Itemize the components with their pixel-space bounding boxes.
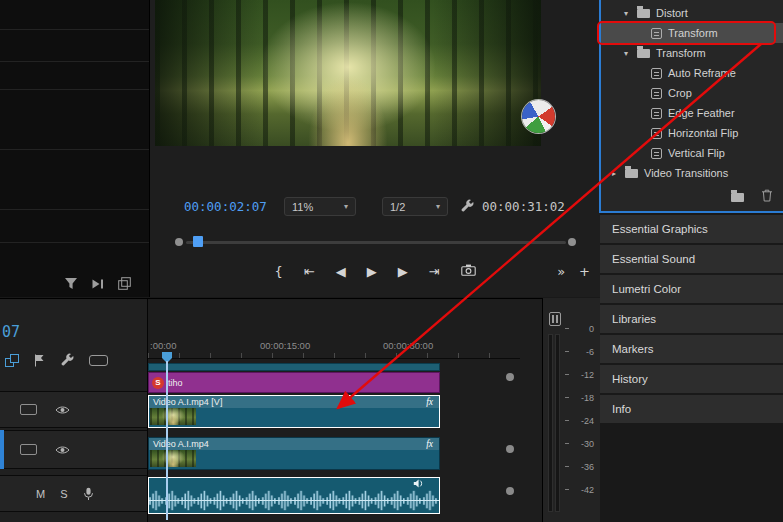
panel-tab-markers[interactable]: Markers bbox=[600, 335, 783, 363]
playback-resolution-select[interactable]: 1/2 ▾ bbox=[382, 197, 448, 216]
timeline-settings-wrench-icon[interactable] bbox=[60, 353, 74, 367]
graphic-clip[interactable]: S tiho bbox=[148, 372, 440, 393]
effect-auto-reframe[interactable]: Auto Reframe bbox=[601, 63, 783, 83]
effect-vertical-flip[interactable]: Vertical Flip bbox=[601, 143, 783, 163]
add-marker-button[interactable]: { bbox=[274, 265, 282, 278]
effect-horizontal-flip[interactable]: Horizontal Flip bbox=[601, 123, 783, 143]
ruler-label: 00:00:15:00 bbox=[260, 340, 310, 351]
voiceover-mic-icon[interactable] bbox=[83, 487, 94, 501]
scrollbar-knob[interactable] bbox=[506, 373, 514, 381]
scrubber-right-knob[interactable] bbox=[568, 238, 576, 246]
program-preview[interactable] bbox=[155, 0, 541, 146]
graphic-clip-label: tiho bbox=[168, 378, 183, 388]
toggle-track-output-icon[interactable] bbox=[55, 405, 70, 415]
chevron-down-icon: ▾ bbox=[436, 202, 440, 211]
audio-meter-panel: 0 -6 -12 -18 -24 -30 -36 -42 bbox=[542, 298, 600, 522]
clip-title-bar: Video A.I.mp4 [V] fx bbox=[149, 396, 439, 408]
project-list-row[interactable] bbox=[0, 0, 149, 30]
clip-title-bar: Video A.I.mp4 fx bbox=[149, 438, 439, 450]
project-list-row[interactable] bbox=[0, 210, 149, 243]
twirl-closed-icon[interactable]: ▸ bbox=[609, 169, 619, 178]
effects-folder-distort[interactable]: ▾ Distort bbox=[601, 3, 783, 23]
new-item-icon[interactable] bbox=[118, 277, 131, 290]
new-custom-bin-icon[interactable] bbox=[731, 193, 744, 202]
scrubber-track[interactable] bbox=[186, 241, 566, 244]
effect-crop[interactable]: Crop bbox=[601, 83, 783, 103]
folder-label: Transform bbox=[656, 47, 706, 59]
meter-bars bbox=[548, 334, 560, 512]
playhead-timecode[interactable]: 00:00:02:07 bbox=[184, 199, 267, 214]
nest-toggle-icon[interactable] bbox=[5, 354, 19, 367]
folder-icon bbox=[625, 169, 638, 178]
panel-tab-history[interactable]: History bbox=[600, 365, 783, 393]
delete-icon[interactable] bbox=[761, 188, 773, 206]
scrollbar-knob[interactable] bbox=[506, 487, 514, 495]
panel-tab-info[interactable]: Info bbox=[600, 395, 783, 423]
source-patch-icon[interactable] bbox=[20, 404, 37, 415]
monitor-controls: 00:00:02:07 11% ▾ 1/2 ▾ 00:00:31:02 bbox=[150, 196, 600, 218]
audio-clip[interactable] bbox=[148, 477, 440, 514]
export-frame-button[interactable] bbox=[461, 264, 476, 278]
resolution-value: 1/2 bbox=[390, 201, 405, 213]
go-to-in-button[interactable]: ⇤ bbox=[304, 265, 315, 278]
panel-tab-essential-sound[interactable]: Essential Sound bbox=[600, 245, 783, 273]
video-clip-v2-selected[interactable]: Video A.I.mp4 [V] fx bbox=[148, 395, 440, 428]
twirl-open-icon[interactable]: ▾ bbox=[621, 9, 631, 18]
effects-folder-transform[interactable]: ▾ Transform bbox=[601, 43, 783, 63]
meter-scale-label: -30 bbox=[572, 439, 594, 449]
render-pinwheel-icon bbox=[522, 100, 555, 133]
video-clip-v1[interactable]: Video A.I.mp4 fx bbox=[148, 437, 440, 470]
monitor-playhead[interactable] bbox=[193, 236, 203, 247]
folder-label: Video Transitions bbox=[644, 167, 728, 179]
solo-track-button[interactable]: S bbox=[60, 488, 67, 500]
project-list-row[interactable] bbox=[0, 150, 149, 210]
source-patch-icon[interactable] bbox=[20, 444, 37, 455]
duration-timecode: 00:00:31:02 bbox=[482, 199, 565, 214]
fx-badge[interactable]: fx bbox=[426, 397, 433, 407]
meter-scale-label: -24 bbox=[572, 416, 594, 426]
fx-badge[interactable]: fx bbox=[426, 439, 433, 449]
effect-label: Edge Feather bbox=[668, 107, 735, 119]
scrollbar-knob[interactable] bbox=[506, 445, 514, 453]
project-list-row[interactable] bbox=[0, 90, 149, 150]
step-forward-button[interactable]: ▶ bbox=[398, 265, 408, 278]
monitor-scrubber[interactable] bbox=[150, 234, 600, 250]
add-marker-icon[interactable] bbox=[34, 354, 45, 367]
toggle-track-output-icon[interactable] bbox=[55, 445, 70, 455]
clip-thumbnail bbox=[150, 408, 196, 425]
timeline-tracks: :00:00 00:00:15:00 00:00:30:00 S tiho Vi… bbox=[148, 299, 520, 522]
panel-tab-libraries[interactable]: Libraries bbox=[600, 305, 783, 333]
go-to-out-button[interactable]: ⇥ bbox=[429, 265, 440, 278]
mute-track-button[interactable]: M bbox=[36, 488, 45, 500]
project-list-row[interactable] bbox=[0, 30, 149, 62]
premiere-pro-window: 00:00:02:07 11% ▾ 1/2 ▾ 00:00:31:02 { ⇤ … bbox=[0, 0, 783, 522]
meter-bar-left bbox=[548, 334, 553, 512]
meter-scale-label: -12 bbox=[572, 370, 594, 380]
timeline-panel: 07 M S :00:00 bbox=[0, 298, 542, 522]
play-button[interactable]: ▶ bbox=[367, 265, 377, 278]
effect-transform[interactable]: Transform bbox=[601, 23, 783, 43]
collapsed-track-clip[interactable] bbox=[148, 363, 440, 371]
scrubber-left-knob[interactable] bbox=[175, 238, 183, 246]
twirl-open-icon[interactable]: ▾ bbox=[621, 49, 631, 58]
effect-label: Auto Reframe bbox=[668, 67, 736, 79]
overflow-button[interactable]: » bbox=[557, 265, 565, 278]
track-header-v2 bbox=[0, 391, 147, 428]
timeline-ruler[interactable]: :00:00 00:00:15:00 00:00:30:00 bbox=[148, 337, 520, 359]
timeline-toolbar bbox=[5, 353, 108, 367]
zoom-select[interactable]: 11% ▾ bbox=[284, 197, 356, 216]
add-button[interactable]: + bbox=[579, 265, 590, 278]
automate-to-sequence-icon[interactable] bbox=[91, 278, 105, 290]
panel-tab-lumetri-color[interactable]: Lumetri Color bbox=[600, 275, 783, 303]
panel-tab-essential-graphics[interactable]: Essential Graphics bbox=[600, 215, 783, 243]
filter-icon[interactable] bbox=[64, 277, 78, 290]
effect-edge-feather[interactable]: Edge Feather bbox=[601, 103, 783, 123]
program-monitor: 00:00:02:07 11% ▾ 1/2 ▾ 00:00:31:02 { ⇤ … bbox=[150, 0, 600, 297]
effects-folder-video-transitions[interactable]: ▸ Video Transitions bbox=[601, 163, 783, 183]
sequence-timecode[interactable]: 07 bbox=[2, 323, 20, 341]
settings-wrench-icon[interactable] bbox=[460, 199, 474, 213]
step-back-button[interactable]: ◀ bbox=[336, 265, 346, 278]
captions-icon[interactable] bbox=[89, 355, 108, 366]
zoom-value: 11% bbox=[292, 201, 313, 213]
project-list-row[interactable] bbox=[0, 62, 149, 90]
